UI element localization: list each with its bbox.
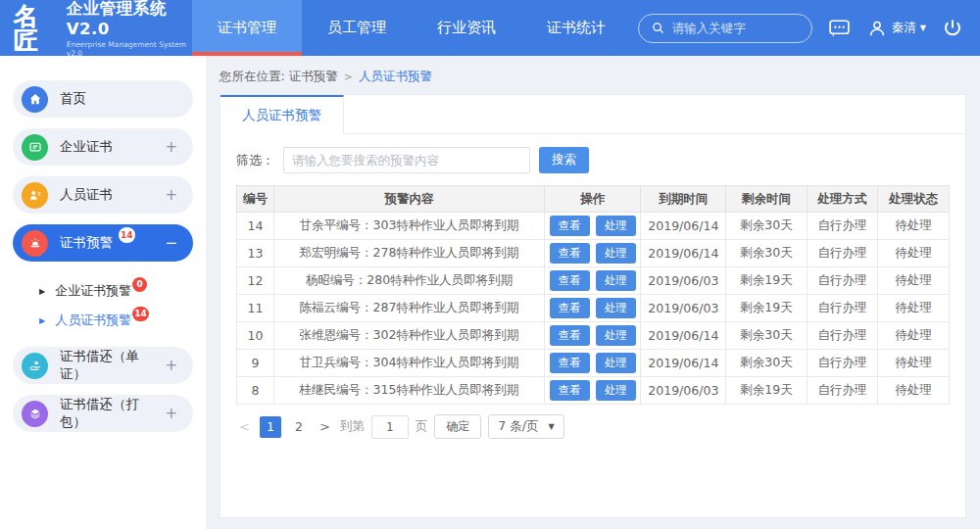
sidebar-item-home[interactable]: 首页 <box>13 80 193 118</box>
main-nav: 证书管理 员工管理 行业资讯 证书统计 <box>192 0 631 56</box>
handle-button[interactable]: 处理 <box>596 353 636 373</box>
table-row: 10 张维恩编号：302特种作业人员即将到期 查看处理 2019/06/14 剩… <box>237 322 950 350</box>
nav-cert-management[interactable]: 证书管理 <box>192 0 302 56</box>
remaining-days: 剩余30天 <box>726 213 807 240</box>
alerts-table: 编号 预警内容 操作 到期时间 剩余时间 处理方式 处理状态 14 甘余平编号：… <box>236 185 950 405</box>
breadcrumb-separator: > <box>344 71 353 83</box>
view-button[interactable]: 查看 <box>550 298 590 318</box>
main-content: 您所在位置: 证书预警 > 人员证书预警 人员证书预警 筛选： 搜索 编号 预警… <box>206 56 980 529</box>
filter-label: 筛选： <box>236 152 274 169</box>
remaining-days: 剩余19天 <box>726 295 807 322</box>
page-1[interactable]: 1 <box>260 416 281 438</box>
breadcrumb-current[interactable]: 人员证书预警 <box>359 69 432 85</box>
col-content: 预警内容 <box>273 186 544 213</box>
remaining-days: 剩余30天 <box>726 322 807 350</box>
tab-bar: 人员证书预警 <box>220 95 965 134</box>
cert-alerts-submenu: ▶ 企业证书预警 0 ▶ 人员证书预警 14 <box>0 272 206 347</box>
page-2[interactable]: 2 <box>288 416 310 438</box>
col-action: 操作 <box>545 186 641 213</box>
table-row: 11 陈福云编号：287特种作业人员即将到期 查看处理 2019/06/03 剩… <box>237 295 950 322</box>
plus-icon[interactable]: + <box>165 138 177 156</box>
content-card: 人员证书预警 筛选： 搜索 编号 预警内容 操作 到期时间 剩余时间 处理方式 … <box>220 94 966 518</box>
global-search[interactable] <box>638 14 812 43</box>
breadcrumb-prefix: 您所在位置: 证书预警 <box>220 69 338 85</box>
submenu-person-cert-alerts[interactable]: ▶ 人员证书预警 14 <box>0 306 206 335</box>
goto-label: 到第 <box>340 418 365 435</box>
view-button[interactable]: 查看 <box>550 216 590 236</box>
user-menu[interactable]: 秦清 ▼ <box>866 18 926 39</box>
table-row: 12 杨昭编号：280特种作业人员即将到期 查看处理 2019/06/03 剩余… <box>237 267 950 295</box>
nav-industry-news[interactable]: 行业资讯 <box>412 0 521 56</box>
breadcrumb: 您所在位置: 证书预警 > 人员证书预警 <box>220 69 966 85</box>
remaining-days: 剩余19天 <box>726 377 807 405</box>
remaining-days: 剩余30天 <box>726 350 807 377</box>
header-right: 秦清 ▼ <box>638 0 980 56</box>
submenu-company-cert-alerts[interactable]: ▶ 企业证书预警 0 <box>0 276 206 306</box>
app-window: 名匠 企业管理系统V2.0 Eneerprise Management Syst… <box>0 0 980 529</box>
logo-mark: 名匠 <box>14 4 59 53</box>
minus-icon[interactable]: − <box>165 234 177 252</box>
hand-borrow-icon <box>22 353 48 379</box>
remaining-days: 剩余19天 <box>726 267 807 295</box>
filter-row: 筛选： 搜索 <box>220 134 965 183</box>
alarm-icon <box>22 230 48 257</box>
handle-button[interactable]: 处理 <box>596 216 636 236</box>
search-icon <box>651 21 665 35</box>
top-header: 名匠 企业管理系统V2.0 Eneerprise Management Syst… <box>0 0 980 56</box>
tab-person-cert-alerts[interactable]: 人员证书预警 <box>220 95 344 134</box>
handle-button[interactable]: 处理 <box>596 243 636 264</box>
filter-input[interactable] <box>283 147 530 173</box>
nav-cert-stats[interactable]: 证书统计 <box>521 0 631 56</box>
view-button[interactable]: 查看 <box>550 353 590 373</box>
next-page-icon[interactable]: > <box>317 419 333 434</box>
sidebar-item-borrow-pack[interactable]: 证书借还（打包） + <box>13 395 193 432</box>
home-icon <box>22 86 48 113</box>
per-page-select[interactable]: 7 条/页 ▼ <box>488 414 564 439</box>
logo: 名匠 企业管理系统V2.0 Eneerprise Management Syst… <box>0 0 192 56</box>
certificate-icon <box>22 134 48 161</box>
col-status: 处理状态 <box>878 186 950 213</box>
col-method: 处理方式 <box>807 186 878 213</box>
table-row: 9 甘卫兵编号：304特种作业人员即将到期 查看处理 2019/06/14 剩余… <box>237 350 950 377</box>
handle-button[interactable]: 处理 <box>596 298 636 318</box>
goto-page-input[interactable] <box>371 415 409 439</box>
person-alert-badge: 14 <box>132 307 149 321</box>
global-search-input[interactable] <box>672 21 790 35</box>
table-header-row: 编号 预警内容 操作 到期时间 剩余时间 处理方式 处理状态 <box>237 186 950 213</box>
view-button[interactable]: 查看 <box>550 380 590 401</box>
nav-staff-management[interactable]: 员工管理 <box>302 0 412 56</box>
caret-down-icon: ▼ <box>920 24 926 32</box>
handle-button[interactable]: 处理 <box>596 380 636 401</box>
plus-icon[interactable]: + <box>165 357 177 374</box>
package-icon <box>22 401 48 427</box>
messages-icon[interactable] <box>827 16 852 40</box>
view-button[interactable]: 查看 <box>550 325 590 346</box>
sidebar-item-person-certs[interactable]: 人员证书 + <box>13 176 193 214</box>
col-remain: 剩余时间 <box>726 186 807 213</box>
arrow-right-icon: ▶ <box>39 287 45 296</box>
view-button[interactable]: 查看 <box>550 270 590 291</box>
sidebar-item-cert-alerts[interactable]: 证书预警 14 − <box>13 224 193 262</box>
col-due: 到期时间 <box>641 186 726 213</box>
search-button[interactable]: 搜索 <box>539 147 589 173</box>
app-title: 企业管理系统V2.0 <box>67 0 192 38</box>
handle-button[interactable]: 处理 <box>596 270 636 291</box>
username-label: 秦清 <box>892 20 916 36</box>
plus-icon[interactable]: + <box>165 405 177 422</box>
sidebar: 首页 企业证书 + 人员证书 + 证书预警 14 − ▶ <box>0 56 206 529</box>
sidebar-item-company-certs[interactable]: 企业证书 + <box>13 128 193 166</box>
logout-power-icon[interactable] <box>941 17 964 40</box>
col-id: 编号 <box>237 186 274 213</box>
prev-page-icon[interactable]: < <box>236 419 253 434</box>
company-alert-badge: 0 <box>132 277 147 292</box>
confirm-button[interactable]: 确定 <box>434 414 481 439</box>
table-row: 8 桂继民编号：315特种作业人员即将到期 查看处理 2019/06/03 剩余… <box>237 377 950 405</box>
sidebar-item-borrow-single[interactable]: 证书借还（单证） + <box>13 347 193 384</box>
person-card-icon <box>22 182 48 209</box>
plus-icon[interactable]: + <box>165 186 177 204</box>
caret-down-icon: ▼ <box>548 423 554 431</box>
table-row: 14 甘余平编号：303特种作业人员即将到期 查看处理 2019/06/14 剩… <box>237 213 950 240</box>
view-button[interactable]: 查看 <box>550 243 590 264</box>
table-row: 13 郑宏明编号：278特种作业人员即将到期 查看处理 2019/06/14 剩… <box>237 240 950 267</box>
handle-button[interactable]: 处理 <box>596 325 636 346</box>
